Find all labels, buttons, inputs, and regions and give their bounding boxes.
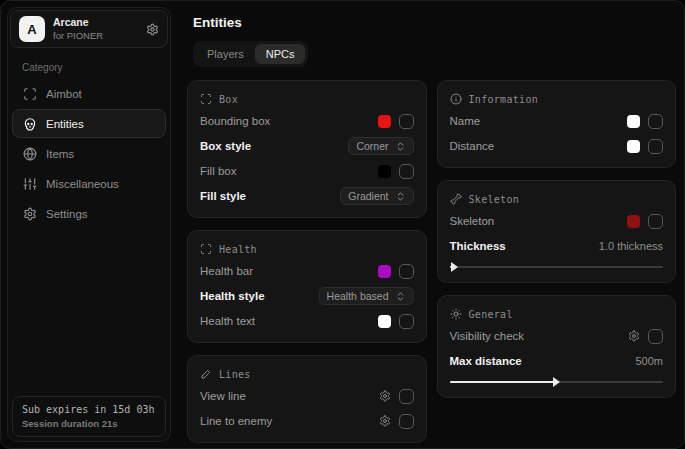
box-select-icon [200, 93, 212, 105]
brand-card: A Arcane for PIONER [10, 10, 168, 48]
bone-icon [450, 193, 462, 205]
sidebar-item-label: Miscellaneous [46, 178, 119, 190]
card-title: Skeleton [469, 194, 520, 205]
slider-handle[interactable] [451, 262, 458, 272]
gear-icon[interactable] [628, 330, 640, 342]
sidebar-item-entities[interactable]: Entities [12, 109, 166, 138]
setting-label: Health text [200, 315, 255, 327]
card-title: Box [219, 94, 238, 105]
right-column: Information Name Distance [437, 80, 677, 443]
sidebar-item-aimbot[interactable]: Aimbot [12, 79, 166, 108]
bounding-box-checkbox[interactable] [399, 114, 414, 129]
health-style-select[interactable]: Health based [319, 287, 414, 305]
fill-box-checkbox[interactable] [399, 164, 414, 179]
health-text-checkbox[interactable] [399, 314, 414, 329]
color-swatch[interactable] [627, 140, 640, 153]
chevrons-up-down-icon [395, 191, 406, 202]
health-card-header: Health [200, 243, 414, 255]
sidebar-item-miscellaneous[interactable]: Miscellaneous [12, 169, 166, 198]
sidebar-item-label: Entities [46, 118, 84, 130]
card-title: Lines [219, 369, 251, 380]
general-card-header: General [450, 308, 664, 320]
session-duration-text: Session duration 21s [22, 418, 156, 429]
select-value: Health based [327, 290, 389, 302]
setting-label: Name [450, 115, 481, 127]
gear-icon[interactable] [379, 390, 391, 402]
name-checkbox[interactable] [648, 114, 663, 129]
setting-row-bounding-box: Bounding box [200, 110, 414, 132]
line-to-enemy-checkbox[interactable] [399, 414, 414, 429]
visibility-check-checkbox[interactable] [648, 329, 663, 344]
setting-label: Skeleton [450, 215, 495, 227]
setting-label: Box style [200, 140, 251, 152]
max-distance-slider[interactable] [450, 377, 664, 387]
chevrons-up-down-icon [395, 141, 406, 152]
page-title: Entities [193, 15, 676, 30]
scan-icon [23, 87, 37, 101]
sub-expiry-text: Sub expires in 15d 03h [22, 404, 156, 415]
setting-label: Health bar [200, 265, 253, 277]
setting-row-box-style: Box style Corner [200, 135, 414, 157]
sliders-icon [23, 177, 37, 191]
gear-icon[interactable] [146, 23, 159, 36]
entity-tabs: Players NPCs [193, 41, 308, 67]
thickness-slider[interactable] [450, 262, 664, 272]
setting-label: Visibility check [450, 330, 525, 342]
tab-npcs[interactable]: NPCs [255, 44, 306, 64]
information-card: Information Name Distance [437, 80, 677, 168]
setting-label: Distance [450, 140, 495, 152]
view-line-checkbox[interactable] [399, 389, 414, 404]
color-swatch[interactable] [378, 115, 391, 128]
color-swatch[interactable] [627, 215, 640, 228]
info-icon [450, 93, 462, 105]
setting-label: Fill style [200, 190, 246, 202]
app-window: A Arcane for PIONER Category Aimbot Enti… [0, 0, 685, 449]
card-title: Information [469, 94, 539, 105]
health-bar-checkbox[interactable] [399, 264, 414, 279]
color-swatch[interactable] [378, 165, 391, 178]
color-swatch[interactable] [627, 115, 640, 128]
pencil-icon [200, 368, 212, 380]
left-column: Box Bounding box Box style Corner [187, 80, 427, 443]
setting-label: Fill box [200, 165, 236, 177]
setting-row-line-to-enemy: Line to enemy [200, 410, 414, 432]
sidebar-item-label: Items [46, 148, 74, 160]
setting-row-fill-box: Fill box [200, 160, 414, 182]
setting-label: Thickness [450, 240, 506, 252]
chevrons-up-down-icon [395, 291, 406, 302]
setting-label: View line [200, 390, 246, 402]
setting-row-distance: Distance [450, 135, 664, 157]
sidebar-item-label: Settings [46, 208, 88, 220]
category-label: Category [22, 62, 168, 73]
color-swatch[interactable] [378, 315, 391, 328]
setting-label: Bounding box [200, 115, 270, 127]
skeleton-checkbox[interactable] [648, 214, 663, 229]
skeleton-card-header: Skeleton [450, 193, 664, 205]
setting-row-skeleton: Skeleton [450, 210, 664, 232]
sidebar-item-settings[interactable]: Settings [12, 199, 166, 228]
general-card: General Visibility check Max distance 50… [437, 295, 677, 398]
color-swatch[interactable] [378, 265, 391, 278]
setting-row-name: Name [450, 110, 664, 132]
box-card-header: Box [200, 93, 414, 105]
tab-players[interactable]: Players [196, 44, 255, 64]
setting-row-thickness: Thickness 1.0 thickness [450, 235, 664, 257]
select-value: Corner [356, 140, 388, 152]
box-style-select[interactable]: Corner [348, 137, 413, 155]
gear-icon[interactable] [379, 415, 391, 427]
fill-style-select[interactable]: Gradient [340, 187, 413, 205]
sidebar-item-items[interactable]: Items [12, 139, 166, 168]
distance-checkbox[interactable] [648, 139, 663, 154]
main-content: Entities Players NPCs Box Bounding box [187, 15, 676, 448]
health-card: Health Health bar Health style Health ba… [187, 230, 427, 343]
sidebar: A Arcane for PIONER Category Aimbot Enti… [7, 7, 171, 442]
sidebar-item-label: Aimbot [46, 88, 82, 100]
slider-handle[interactable] [553, 377, 560, 387]
max-distance-value: 500m [635, 355, 663, 367]
globe-icon [23, 147, 37, 161]
setting-row-health-bar: Health bar [200, 260, 414, 282]
card-title: Health [219, 244, 257, 255]
gear-icon [23, 207, 37, 221]
setting-label: Max distance [450, 355, 522, 367]
slider-track [450, 266, 664, 268]
